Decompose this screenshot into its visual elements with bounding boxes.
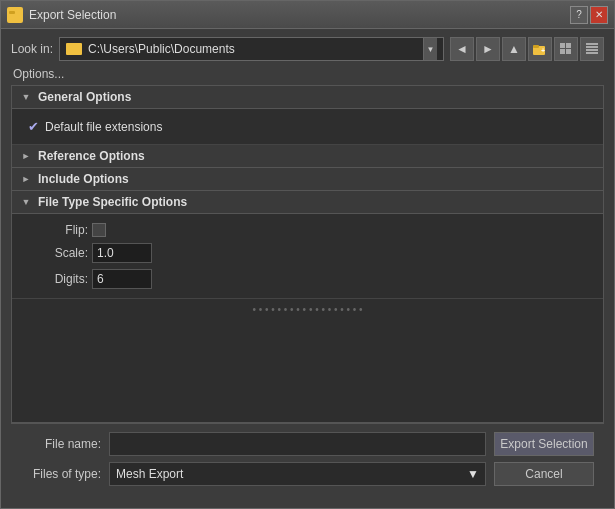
reference-options-title: Reference Options xyxy=(38,149,145,163)
svg-rect-6 xyxy=(566,43,571,48)
folder-icon xyxy=(66,43,82,55)
title-bar: Export Selection ? ✕ xyxy=(1,1,614,29)
flip-label: Flip: xyxy=(28,223,88,237)
reference-options-header[interactable]: ► Reference Options xyxy=(12,145,603,168)
close-button[interactable]: ✕ xyxy=(590,6,608,24)
digits-row: Digits: xyxy=(28,266,587,292)
svg-rect-10 xyxy=(586,46,598,48)
dialog-content: Look in: C:\Users\Public\Documents ▼ ◄ ►… xyxy=(1,29,614,508)
cancel-button[interactable]: Cancel xyxy=(494,462,594,486)
digits-label: Digits: xyxy=(28,272,88,286)
default-extensions-check: ✔ xyxy=(28,119,39,134)
look-in-label: Look in: xyxy=(11,42,53,56)
flip-row: Flip: xyxy=(28,220,587,240)
filetype-options-arrow: ▼ xyxy=(20,196,32,208)
path-combo[interactable]: C:\Users\Public\Documents ▼ xyxy=(59,37,444,61)
flip-checkbox[interactable] xyxy=(92,223,106,237)
general-options-header[interactable]: ▼ General Options xyxy=(12,86,603,109)
combo-dropdown-arrow[interactable]: ▼ xyxy=(423,38,437,60)
files-of-type-row: Files of type: Mesh Export ▼ Cancel xyxy=(21,462,594,486)
options-label: Options... xyxy=(11,67,604,81)
files-of-type-combo[interactable]: Mesh Export ▼ xyxy=(109,462,486,486)
general-options-content: ✔ Default file extensions xyxy=(12,109,603,145)
filetype-options-header[interactable]: ▼ File Type Specific Options xyxy=(12,191,603,214)
forward-button[interactable]: ► xyxy=(476,37,500,61)
file-browser-area xyxy=(12,319,603,423)
path-text: C:\Users\Public\Documents xyxy=(88,42,417,56)
bottom-area: File name: Export Selection Files of typ… xyxy=(11,423,604,500)
back-button[interactable]: ◄ xyxy=(450,37,474,61)
svg-rect-11 xyxy=(586,49,598,51)
up-button[interactable]: ▲ xyxy=(502,37,526,61)
svg-rect-8 xyxy=(566,49,571,54)
export-selection-button[interactable]: Export Selection xyxy=(494,432,594,456)
filetype-options-content: Flip: Scale: Digits: xyxy=(12,214,603,299)
title-bar-buttons: ? ✕ xyxy=(570,6,608,24)
new-folder-button[interactable]: + xyxy=(528,37,552,61)
file-name-input[interactable] xyxy=(109,432,486,456)
svg-text:+: + xyxy=(541,47,545,54)
export-selection-dialog: Export Selection ? ✕ Look in: C:\Users\P… xyxy=(0,0,615,509)
include-options-header[interactable]: ► Include Options xyxy=(12,168,603,191)
file-name-row: File name: Export Selection xyxy=(21,432,594,456)
scale-input[interactable] xyxy=(92,243,152,263)
digits-input[interactable] xyxy=(92,269,152,289)
reference-options-arrow: ► xyxy=(20,150,32,162)
help-button[interactable]: ? xyxy=(570,6,588,24)
filetype-options-title: File Type Specific Options xyxy=(38,195,187,209)
scale-label: Scale: xyxy=(28,246,88,260)
default-extensions-row: ✔ Default file extensions xyxy=(28,115,587,138)
files-of-type-label: Files of type: xyxy=(21,467,101,481)
dialog-icon xyxy=(7,7,23,23)
svg-rect-5 xyxy=(560,43,565,48)
files-of-type-arrow: ▼ xyxy=(467,467,479,481)
title-bar-left: Export Selection xyxy=(7,7,116,23)
look-in-row: Look in: C:\Users\Public\Documents ▼ ◄ ►… xyxy=(11,37,604,61)
default-extensions-label: Default file extensions xyxy=(45,120,162,134)
list-view-button[interactable] xyxy=(554,37,578,61)
svg-rect-1 xyxy=(9,11,15,14)
svg-rect-12 xyxy=(586,52,598,54)
detail-view-button[interactable] xyxy=(580,37,604,61)
general-options-title: General Options xyxy=(38,90,131,104)
toolbar-buttons: ◄ ► ▲ + xyxy=(450,37,604,61)
dialog-title: Export Selection xyxy=(29,8,116,22)
file-name-label: File name: xyxy=(21,437,101,451)
svg-rect-7 xyxy=(560,49,565,54)
general-options-arrow: ▼ xyxy=(20,91,32,103)
scale-row: Scale: xyxy=(28,240,587,266)
main-panel: ▼ General Options ✔ Default file extensi… xyxy=(11,85,604,423)
svg-rect-9 xyxy=(586,43,598,45)
files-of-type-value: Mesh Export xyxy=(116,467,183,481)
svg-rect-3 xyxy=(533,45,539,48)
include-options-arrow: ► xyxy=(20,173,32,185)
include-options-title: Include Options xyxy=(38,172,129,186)
